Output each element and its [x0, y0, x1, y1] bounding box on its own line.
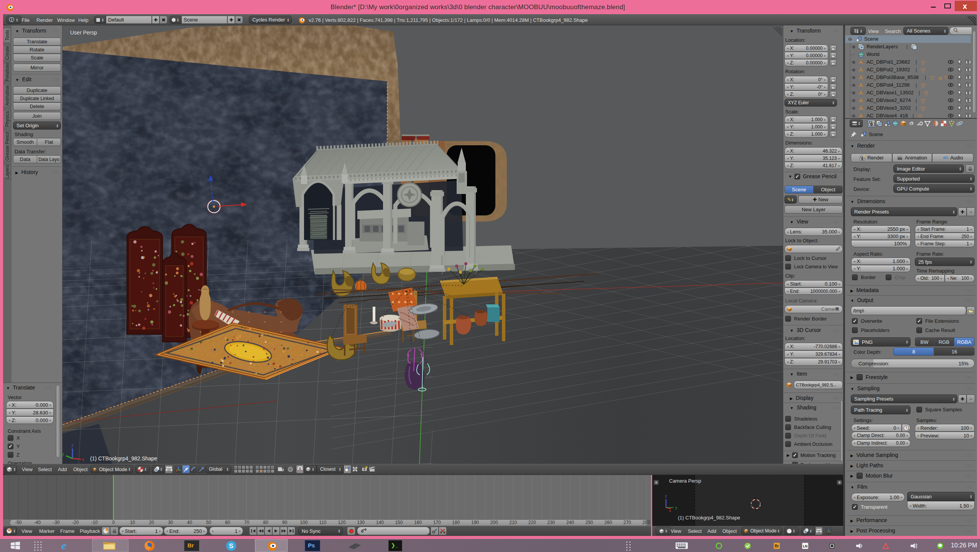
- svg-text:x: x: [82, 457, 84, 462]
- svg-text:(1) CTBookgrp4_982.Shape: (1) CTBookgrp4_982.Shape: [678, 515, 740, 521]
- svg-text:User Persp: User Persp: [70, 30, 97, 36]
- svg-text:S: S: [229, 542, 233, 550]
- svg-text:x: x: [669, 508, 671, 513]
- svg-text:y: y: [62, 451, 64, 457]
- svg-text:Br: Br: [774, 544, 779, 548]
- svg-text:z: z: [71, 443, 74, 448]
- svg-text:z: z: [665, 494, 667, 498]
- svg-text:LN: LN: [803, 544, 807, 548]
- svg-text:y: y: [675, 505, 677, 510]
- svg-text:Camera Persp: Camera Persp: [669, 478, 701, 484]
- svg-text:(1) CTBookgrp4_982.Shape: (1) CTBookgrp4_982.Shape: [90, 455, 157, 462]
